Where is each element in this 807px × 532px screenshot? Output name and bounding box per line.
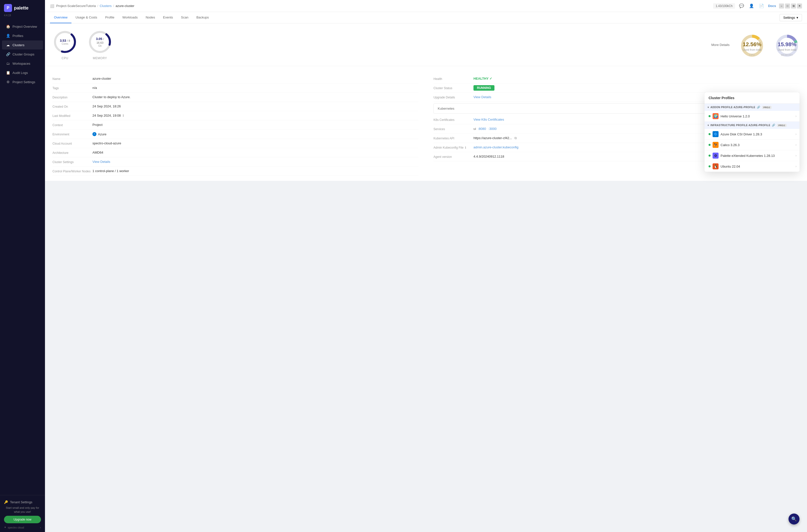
addon-profile-section-header[interactable]: ▾ ADDON PROFILE AZURE-PROFILE 🔗 PROJ [705,104,800,111]
addon-chevron-icon: ▾ [708,106,709,109]
spectro-cloud-brand: ✦ spectro cloud ‹ [4,526,41,529]
search-fab-button[interactable]: 🔍 [789,514,800,525]
search-fab-icon: 🔍 [791,516,797,522]
addon-profile-type: ADDON PROFILE AZURE-PROFILE [711,106,755,109]
minimize-button[interactable]: – [779,3,784,8]
detail-value-upgrade[interactable]: View Details [473,95,491,99]
settings-button[interactable]: Settings ▾ [780,14,802,21]
detail-value-created: 24 Sep 2024, 18:26 [92,104,121,108]
cpu-gauge-value: 3.53 / 8 Cores [60,39,70,45]
infra-link-icon[interactable]: 🔗 [772,124,775,127]
palette-k8s-icon: ⚙ [713,153,718,158]
memory-separator: / [103,37,104,40]
azure-disk-name: Azure Disk CSI Driver 1.28.3 [720,132,793,136]
tab-workloads[interactable]: Workloads [118,12,142,23]
details-grid: Name azure-cluster Tags n/a Description … [45,69,807,181]
detail-label-upgrade: Upgrade Details [433,95,473,99]
tab-nodes[interactable]: Nodes [142,12,159,23]
profile-item-azure-disk-csi[interactable]: 🔷 Azure Disk CSI Driver 1.28.3 › [705,129,800,140]
services-ui-label: ui [473,127,476,131]
clusters-icon: ☁ [6,43,10,47]
logo-icon: P [4,4,12,12]
detail-description: Description Cluster to deploy to Azure. [53,93,418,102]
profile-item-calico[interactable]: 🦅 Calico 3.26.3 › [705,140,800,150]
sidebar-item-cluster-groups[interactable]: 🔗 Cluster Groups [2,50,43,59]
detail-value-context: Project [92,123,102,127]
more-details-link[interactable]: More Details [711,43,730,47]
user-icon[interactable]: 👤 [748,2,755,10]
detail-context: Context Project [53,120,418,130]
memory-unit: Gb [94,44,106,47]
service-port-3000[interactable]: :3000 [488,127,497,131]
detail-label-k8s-api: Kubernetes API [433,136,473,140]
details-left-col: Name azure-cluster Tags n/a Description … [45,69,426,181]
profile-item-ubuntu[interactable]: 🐧 Ubuntu 22.04 › [705,161,800,172]
close-button[interactable]: ✕ [797,3,802,8]
tab-events[interactable]: Events [159,12,177,23]
detail-value-cluster-settings[interactable]: View Details [92,160,110,164]
maximize-button[interactable]: □ [785,3,790,8]
sidebar-item-profiles[interactable]: 👤 Profiles [2,31,43,40]
detail-label-health: Health [433,77,473,81]
infra-profile-section-header[interactable]: ▾ INFRASTRUCTURE PROFILE AZURE-PROFILE 🔗… [705,122,800,129]
ubuntu-name: Ubuntu 22.04 [720,165,793,168]
calico-icon: 🦅 [713,142,718,148]
copy-k8s-api-icon[interactable]: ⧉ [514,136,517,140]
sidebar-item-tenant-settings[interactable]: 🔑 Tenant Settings [4,498,41,506]
sidebar-item-label: Project Overview [13,25,37,28]
docs-icon[interactable]: 📄 [758,2,765,10]
detail-value-tags: n/a [92,86,97,90]
ubuntu-icon: 🐧 [713,163,718,169]
usage-indicator: 1.43/100kCh [713,3,735,9]
detail-value-kubeconfig[interactable]: admin.azure-cluster.kubeconfig [473,145,519,149]
detail-value-description: Cluster to deploy to Azure. [92,95,130,99]
palette-k8s-status-dot [709,155,711,157]
restore-button[interactable]: ⧉ [791,3,796,8]
logo-text: palette [14,5,29,11]
profile-item-hello-universe[interactable]: 🌍 Hello Universe 1.2.0 › [705,111,800,122]
detail-value-k8s-certs[interactable]: View K8s Certificates [473,118,504,121]
sidebar-item-label: Clusters [13,43,24,47]
chat-icon[interactable]: 💬 [738,2,745,10]
hello-universe-name: Hello Universe 1.2.0 [720,114,793,118]
memory-total: 16.63 [96,41,104,44]
profile-item-palette-k8s[interactable]: ⚙ Palette eXtended Kubernetes 1.28.13 › [705,150,800,161]
sidebar-item-clusters[interactable]: ☁ Clusters [2,40,43,50]
tab-backups[interactable]: Backups [192,12,213,23]
tenant-icon: 🔑 [4,500,8,504]
tab-profile[interactable]: Profile [101,12,118,23]
breadcrumb-current: azure-cluster [115,4,134,8]
cpu-gauge: 3.53 / 8 Cores CPU [53,30,77,60]
sidebar-item-label: Profiles [13,34,23,38]
breadcrumb-clusters-link[interactable]: Clusters [100,4,112,8]
docs-link[interactable]: Docs [768,4,776,8]
tab-overview[interactable]: Overview [50,12,72,23]
detail-label-services: Services [433,127,473,131]
upgrade-button[interactable]: Upgrade now [4,516,41,523]
last-modified-info-icon[interactable]: ℹ [123,114,124,117]
sidebar-item-project-settings[interactable]: ⚙ Project Settings [2,77,43,87]
tab-scan[interactable]: Scan [177,12,192,23]
sidebar-item-workspaces[interactable]: 🗂 Workspaces [2,59,43,68]
detail-label-kubeconfig: Admin Kubeconfig File ℹ [433,145,473,149]
collapse-sidebar-button[interactable]: ‹ [40,526,41,529]
detail-value-services: ui :8080 :3000 [473,127,496,131]
spectro-brand-text: spectro cloud [8,526,24,529]
status-running-badge: RUNNING [473,85,494,91]
sidebar-item-audit-logs[interactable]: 📋 Audit Logs [2,68,43,77]
cpu-value: 3.53 [60,39,66,42]
kubeconfig-info-icon[interactable]: ℹ [465,146,466,149]
sidebar-item-project-overview[interactable]: 🏠 Project Overview [2,22,43,31]
memory-label: MEMORY [93,56,107,60]
window-controls: – □ ⧉ ✕ [779,3,802,8]
service-port-8080[interactable]: :8080 [478,127,486,131]
tab-usage-costs[interactable]: Usage & Costs [72,12,101,23]
profiles-icon: 👤 [6,34,10,38]
detail-label-control-plane: Control Plane/Worker Nodes [53,169,92,173]
detail-value-k8s-api: https://azure-cluster-cf42... ⧉ [473,136,517,140]
detail-value-control-plane: 1 control-plane / 1 worker [92,169,129,173]
addon-link-icon[interactable]: 🔗 [757,106,761,109]
app-version: 4.4.19 [0,14,45,20]
detail-name: Name azure-cluster [53,74,418,83]
cpu-label: CPU [62,56,69,60]
